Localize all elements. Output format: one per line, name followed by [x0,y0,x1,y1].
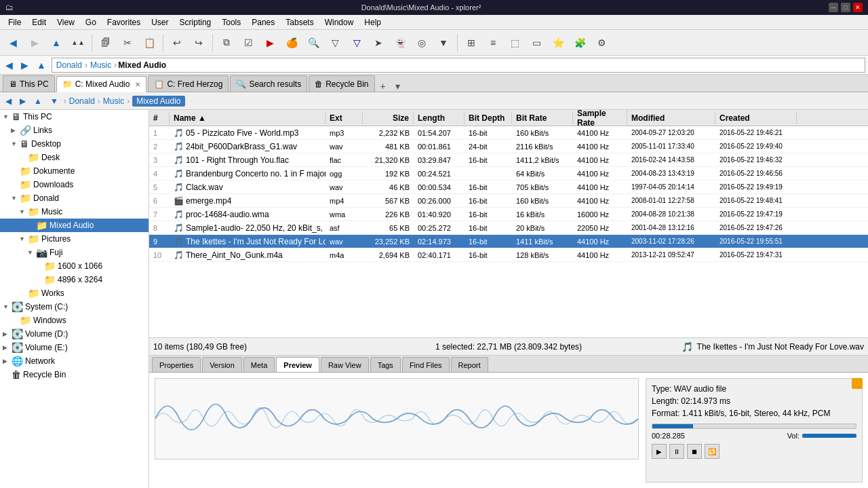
menu-favorites[interactable]: Favorites [102,16,146,29]
prop-tab-report[interactable]: Report [451,357,488,372]
tab-menu-button[interactable]: ▾ [391,81,404,92]
up-arrow-button[interactable]: ▲▲ [68,33,88,53]
copy-button[interactable]: ⧉ [216,33,237,53]
addr-crumb-donald[interactable]: Donald [55,60,83,70]
col-header-ext[interactable]: Ext [326,112,363,124]
menu-user[interactable]: User [146,16,174,29]
prop-tab-tags[interactable]: Tags [370,357,401,372]
col-header-rate[interactable]: Bit Rate [512,112,573,124]
sidebar-item-system-c[interactable]: ▼ 💽 System (C:) [0,300,149,314]
prop-tab-meta[interactable]: Meta [243,357,275,372]
nav-fwd[interactable]: ▶ [17,96,28,106]
sidebar-item-pictures[interactable]: ▼ 📁 Pictures [0,232,149,246]
arrow-button[interactable]: ➤ [368,33,389,53]
undo-button[interactable]: ↩ [167,33,187,53]
play-button[interactable]: ▶ [260,33,280,53]
sidebar-item-4896[interactable]: 📁 4896 x 3264 [0,273,149,286]
sidebar-item-1600[interactable]: 📁 1600 x 1066 [0,259,149,273]
menu-file[interactable]: File [3,16,26,29]
addr-up[interactable]: ▲ [34,58,49,72]
maximize-button[interactable]: □ [841,3,850,12]
table-row[interactable]: 5 🎵 Clack.wav wav 46 KB 00:00.534 16-bit… [149,181,868,194]
prop-tab-raw-view[interactable]: Raw View [321,357,369,372]
ghost-button[interactable]: 👻 [390,33,410,53]
check-button[interactable]: ☑ [238,33,258,53]
sidebar-item-recycle-bin[interactable]: 🗑 Recycle Bin [0,368,149,381]
sidebar-item-donald[interactable]: ▼ 📁 Donald [0,191,149,205]
search-button[interactable]: 🔍 [303,33,323,53]
filter2-button[interactable]: ▽ [347,33,367,53]
cut-button[interactable]: ✂ [117,33,138,53]
col-header-created[interactable]: Created [715,112,797,124]
nav-back[interactable]: ◀ [3,96,14,106]
menu-window[interactable]: Window [319,16,359,29]
col-header-depth[interactable]: Bit Depth [465,112,512,124]
tab-recycle-bin[interactable]: 🗑 Recycle Bin [309,75,374,92]
up-button[interactable]: ▲ [46,33,66,53]
tab-search-results[interactable]: 🔍 Search results [230,75,307,92]
close-button[interactable]: ✕ [853,3,863,12]
addr-back[interactable]: ◀ [3,58,16,72]
col-header-length[interactable]: Length [414,112,465,124]
col-header-size[interactable]: Size [363,112,414,124]
nav-up[interactable]: ▲ [31,96,45,106]
sidebar-item-this-pc[interactable]: ▼ 🖥 This PC [0,110,149,124]
menu-tabsets[interactable]: Tabsets [280,16,319,29]
tab-add-button[interactable]: + [376,81,390,92]
table-row[interactable]: 7 🎵 proc-14684-audio.wma wma 226 KB 01:4… [149,208,868,221]
sidebar-item-network[interactable]: ▶ 🌐 Network [0,354,149,368]
prop-tab-version[interactable]: Version [202,357,242,372]
paste-button[interactable]: 📋 [139,33,159,53]
dropdown-button[interactable]: ▼ [433,33,454,53]
table-row[interactable]: 8 🎵 Sample1-audio- 22,050 Hz, 20 kBit_s,… [149,221,868,235]
tab-mixed-audio-close[interactable]: ✕ [135,81,140,88]
sidebar-item-dokumente[interactable]: 📁 Dokumente [0,164,149,178]
copy-to-button[interactable]: 🗐 [96,33,116,53]
playback-progress-bar[interactable] [652,424,856,429]
nav-down[interactable]: ▼ [47,96,61,106]
sidebar-item-fuji[interactable]: ▼ 📷 Fuji [0,246,149,259]
tab-mixed-audio[interactable]: 📁 C: Mixed Audio ✕ [56,76,147,92]
sidebar-item-mixed-audio[interactable]: 📁 Mixed Audio [0,219,149,232]
nav-crumb-donald[interactable]: Donald [69,96,95,106]
addr-fwd[interactable]: ▶ [18,58,31,72]
nav-crumb-music[interactable]: Music [103,96,124,106]
menu-view[interactable]: View [52,16,80,29]
table-button[interactable]: ≡ [483,33,503,53]
menu-tools[interactable]: Tools [216,16,246,29]
grid-button[interactable]: ⊞ [461,33,481,53]
circle-button[interactable]: ◎ [412,33,432,53]
sidebar-item-desk[interactable]: 📁 Desk [0,151,149,164]
prop-tab-preview[interactable]: Preview [276,357,319,372]
sidebar-item-downloads[interactable]: 📁 Downloads [0,178,149,191]
settings-button[interactable]: ⚙ [591,33,612,53]
panel-button[interactable]: ▭ [526,33,547,53]
sidebar-item-links[interactable]: ▶ 🔗 Links [0,124,149,137]
loop-ctrl-button[interactable]: 🔁 [705,444,719,459]
menu-go[interactable]: Go [80,16,102,29]
volume-bar[interactable] [802,434,856,438]
table-row[interactable]: 4 🎵 Brandenburg Concerto no. 1 in F majo… [149,167,868,181]
table-row[interactable]: 1 🎵 05 - Pizzicato Five - World.mp3 mp3 … [149,126,868,140]
redo-button[interactable]: ↪ [189,33,209,53]
menu-panes[interactable]: Panes [246,16,280,29]
prop-tab-properties[interactable]: Properties [152,357,201,372]
menu-edit[interactable]: Edit [26,16,52,29]
forward-button[interactable]: ▶ [24,33,45,53]
addr-crumb-music[interactable]: Music [89,60,113,70]
sidebar-item-volume-d[interactable]: ▶ 💽 Volume (D:) [0,327,149,341]
sync-button[interactable]: 🍊 [281,33,302,53]
sidebar-item-windows[interactable]: 📁 Windows [0,314,149,327]
table-row[interactable]: 9 🎵 The Ikettes - I'm Just Not Ready For… [149,235,868,248]
table-row[interactable]: 6 🎬 emerge.mp4 mp4 567 KB 00:26.000 16-b… [149,194,868,208]
table-row[interactable]: 3 🎵 101 - Right Through You.flac flac 21… [149,153,868,167]
col-header-num[interactable]: # [149,112,170,124]
table-row[interactable]: 2 🎵 24bit_P600DarkBrass_G1.wav wav 481 K… [149,140,868,153]
prop-tab-find-files[interactable]: Find Files [402,357,450,372]
sidebar-item-volume-e[interactable]: ▶ 💽 Volume (E:) [0,341,149,354]
col-header-name[interactable]: Name ▲ [170,112,326,124]
col-header-modified[interactable]: Modified [627,112,715,124]
puzzle-button[interactable]: 🧩 [570,33,590,53]
play-ctrl-button[interactable]: ▶ [652,444,667,459]
star-button[interactable]: ⭐ [548,33,568,53]
